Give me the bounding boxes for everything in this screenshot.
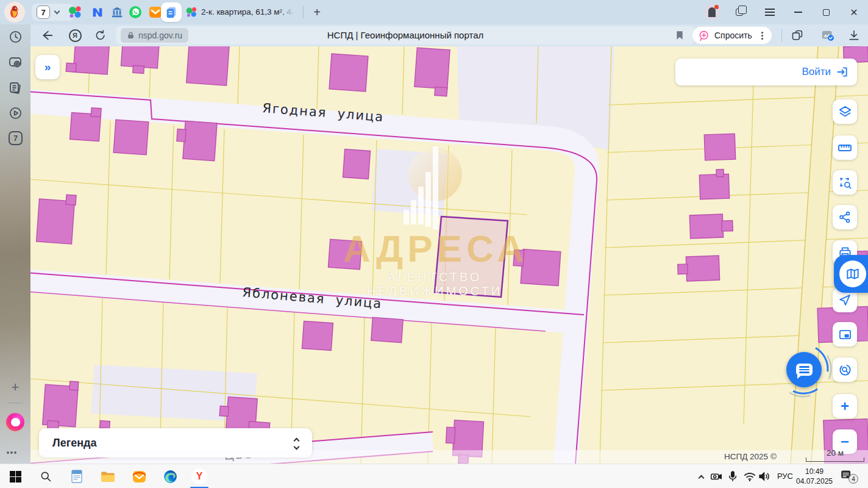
- restore-button[interactable]: [812, 0, 840, 24]
- taskbar-edge[interactable]: [162, 468, 178, 484]
- copyright: НСПД 2025 ©: [724, 452, 777, 461]
- taskbar-mail[interactable]: [131, 468, 147, 484]
- yandex-icon: Я: [69, 29, 82, 42]
- mini-map-button[interactable]: [833, 322, 857, 346]
- side-panel-button[interactable]: [788, 27, 806, 44]
- browser-toolbar: Я nspd.gov.ru НСПД | Геоинформационный п…: [30, 24, 868, 46]
- tray-wifi[interactable]: [742, 470, 757, 483]
- clock-time: 10:49: [795, 467, 833, 476]
- tab-favicon-avito[interactable]: [184, 5, 199, 20]
- tray-expand-button[interactable]: [694, 470, 708, 483]
- tray-volume[interactable]: [757, 470, 772, 483]
- taskbar: Y РУС: [0, 464, 868, 488]
- bank-building-icon: [110, 5, 124, 19]
- screen: 7: [0, 0, 868, 488]
- yandex-browser-icon: Y: [196, 471, 203, 482]
- layers-button[interactable]: [833, 99, 857, 124]
- sidebar-divider: [8, 403, 23, 403]
- sidebar-more-icon[interactable]: [10, 451, 13, 454]
- tray-microphone[interactable]: [725, 470, 740, 483]
- navigation-arrow-icon: [838, 293, 852, 307]
- map-canvas[interactable]: Ягодная улица Яблоневая улица Цвето: [30, 46, 868, 464]
- back-button[interactable]: [38, 27, 56, 44]
- pinned-tab-bank[interactable]: [110, 5, 124, 20]
- legend-collapse-icon[interactable]: [294, 437, 299, 449]
- blue-n-icon: [91, 5, 104, 19]
- microphone-icon: [727, 470, 739, 483]
- close-button[interactable]: ✕: [840, 0, 868, 24]
- bookmark-button[interactable]: [671, 27, 689, 44]
- language-indicator[interactable]: РУС: [772, 472, 799, 481]
- folder-icon: [100, 468, 116, 484]
- taskbar-explorer[interactable]: [100, 468, 116, 484]
- tab-title[interactable]: 2-к. квартира, 61,3 м², 4/1: [201, 7, 294, 18]
- chat-button[interactable]: [786, 352, 822, 387]
- spreadsheet-app-icon: [69, 469, 84, 484]
- yandex-mail-icon: [132, 469, 147, 484]
- chevron-down-icon: [54, 9, 60, 15]
- start-button[interactable]: [7, 468, 23, 484]
- clock[interactable]: 10:49 04.07.2025: [795, 467, 833, 486]
- wifi-icon: [743, 470, 756, 483]
- folded-map-icon: [845, 266, 861, 282]
- active-pinned-tab-nspd[interactable]: [161, 2, 182, 22]
- taskbar-yandex-browser[interactable]: Y: [191, 468, 207, 484]
- share-icon: [838, 210, 852, 224]
- measure-button[interactable]: [833, 135, 857, 160]
- login-label: Войти: [802, 66, 831, 78]
- selected-parcel[interactable]: [435, 217, 508, 297]
- new-tab-button[interactable]: +: [308, 4, 326, 21]
- chat-widget: [770, 337, 836, 403]
- sidebar-add-button[interactable]: +: [7, 379, 23, 395]
- map-attribution-strip: НСПД 2025 © 20 м: [30, 450, 868, 464]
- tab-count-badge: 7: [37, 5, 50, 19]
- map-search-button[interactable]: [833, 357, 857, 382]
- clock-date: 04.07.2025: [795, 476, 833, 486]
- screenshot-button[interactable]: [8, 55, 23, 70]
- news-button[interactable]: [8, 81, 23, 95]
- scale-bar: [806, 458, 864, 462]
- image-check-icon: [821, 29, 834, 42]
- area-search-button[interactable]: [833, 170, 857, 195]
- parrot-icon: [7, 5, 22, 20]
- history-button[interactable]: [8, 29, 23, 44]
- taskbar-search-button[interactable]: [38, 468, 54, 484]
- minimize-icon: [794, 12, 802, 13]
- sidebar-tab-counter[interactable]: 7: [9, 131, 23, 145]
- browser-menu-button[interactable]: [756, 0, 784, 24]
- tab-divider: [303, 6, 304, 18]
- zoom-in-button[interactable]: +: [833, 394, 857, 418]
- pinned-tab-whatsapp[interactable]: [128, 5, 143, 20]
- panels-icon: [791, 29, 803, 41]
- taskbar-app-1c[interactable]: [69, 468, 85, 484]
- user-avatar[interactable]: [704, 4, 720, 20]
- downloads-button[interactable]: [845, 27, 863, 44]
- area-search-icon: [838, 176, 852, 190]
- browser-profile-avatar[interactable]: [4, 2, 25, 23]
- tab-groups-button[interactable]: [725, 0, 753, 24]
- expand-panel-button[interactable]: »: [35, 55, 60, 79]
- share-button[interactable]: [833, 205, 857, 229]
- avito-icon: [185, 6, 197, 18]
- layers-icon: [838, 105, 852, 119]
- refresh-button[interactable]: [91, 27, 110, 44]
- video-button[interactable]: [8, 106, 23, 120]
- objects-flyout-tab[interactable]: [834, 255, 868, 293]
- address-bar[interactable]: nspd.gov.ru НСПД | Геоинформационный пор…: [116, 26, 695, 45]
- pinned-tab-blue-logo[interactable]: [90, 5, 105, 20]
- screenshot-check-button[interactable]: [819, 27, 837, 44]
- back-arrow-icon: [40, 29, 54, 42]
- minimize-button[interactable]: [784, 0, 812, 24]
- play-icon: [9, 106, 23, 120]
- alice-button[interactable]: [6, 413, 24, 431]
- notification-center-button[interactable]: 4: [840, 469, 856, 483]
- camera-icon: [710, 470, 723, 483]
- kebab-icon[interactable]: [761, 35, 763, 37]
- download-icon: [848, 29, 860, 41]
- screenshot-icon: [8, 55, 23, 70]
- ask-ai-button[interactable]: Спросить: [692, 26, 772, 45]
- pinned-tab-avito[interactable]: [68, 5, 82, 20]
- yandex-home-button[interactable]: Я: [66, 27, 84, 44]
- tray-camera[interactable]: [709, 470, 724, 483]
- login-panel[interactable]: Войти: [675, 59, 857, 85]
